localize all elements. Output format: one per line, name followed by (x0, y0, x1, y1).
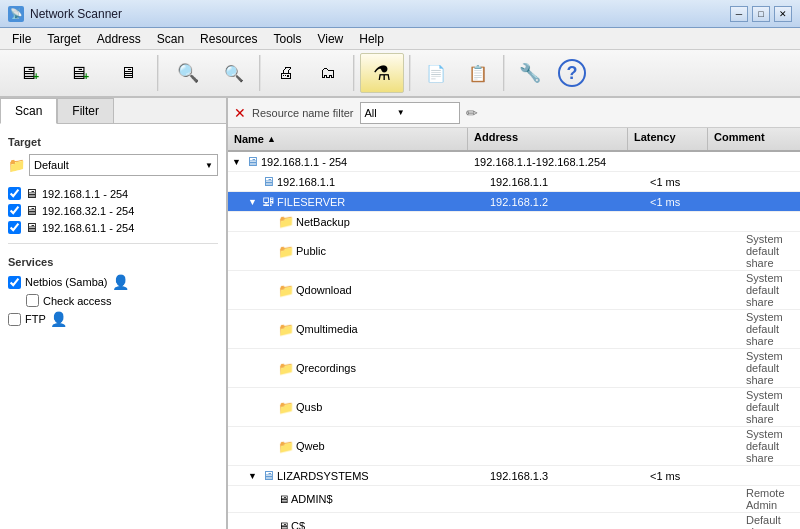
copy-button[interactable]: 📋 (458, 53, 498, 93)
left-panel: Scan Filter Target 📁 Default ▼ 🖥 192.168… (0, 98, 228, 529)
row-address-4 (500, 250, 660, 252)
filter-edit-icon[interactable]: ✏ (466, 105, 478, 121)
table-row[interactable]: 📁 Qmultimedia System default share (228, 310, 800, 349)
menu-scan[interactable]: Scan (149, 30, 192, 48)
toggle-icon-3 (264, 217, 276, 227)
service-checkaccess-checkbox[interactable] (26, 294, 39, 307)
service-checkaccess: Check access (26, 294, 218, 307)
services-section: Services Netbios (Samba) 👤 Check access … (8, 243, 218, 327)
table-row[interactable]: 📁 Qusb System default share (228, 388, 800, 427)
table-row[interactable]: 🖥 192.168.1.1 192.168.1.1 <1 ms (228, 172, 800, 192)
resource-button-2[interactable]: 🗂 (308, 53, 348, 93)
menu-file[interactable]: File (4, 30, 39, 48)
tab-scan[interactable]: Scan (0, 98, 57, 124)
menu-resources[interactable]: Resources (192, 30, 265, 48)
scan-range-checkbox-1[interactable] (8, 204, 21, 217)
target-dropdown-row: 📁 Default ▼ (8, 154, 218, 176)
col-header-name[interactable]: Name ▲ (228, 128, 468, 150)
menu-help[interactable]: Help (351, 30, 392, 48)
row-comment-10 (724, 475, 800, 477)
window-title: Network Scanner (30, 7, 730, 21)
col-header-address[interactable]: Address (468, 128, 628, 150)
scan-button[interactable]: 🔍 (164, 53, 212, 93)
toggle-icon-4 (264, 246, 276, 256)
dropdown-arrow-icon: ▼ (205, 161, 213, 170)
close-button[interactable]: ✕ (774, 6, 792, 22)
col-header-comment[interactable]: Comment (708, 128, 800, 150)
table-row[interactable]: 📁 Public System default share (228, 232, 800, 271)
minimize-button[interactable]: ─ (730, 6, 748, 22)
toggle-icon-8 (264, 402, 276, 412)
service-netbios: Netbios (Samba) 👤 (8, 274, 218, 290)
row-address-10: 192.168.1.3 (484, 469, 644, 483)
export-button[interactable]: 📄 (416, 53, 456, 93)
add-address-button[interactable]: 🖥 + (4, 53, 52, 93)
row-latency-10: <1 ms (644, 469, 724, 483)
help-button[interactable]: ? (552, 53, 592, 93)
monitor-icon-1: 🖥 (262, 174, 275, 189)
toggle-icon-2[interactable]: ▼ (248, 197, 260, 207)
service-ftp-label: FTP (25, 313, 46, 325)
remove-address-button[interactable]: 🖥 + (54, 53, 102, 93)
table-row[interactable]: 📁 Qweb System default share (228, 427, 800, 466)
main-layout: Scan Filter Target 📁 Default ▼ 🖥 192.168… (0, 98, 800, 529)
settings-button[interactable]: 🔧 (510, 53, 550, 93)
row-latency-2: <1 ms (644, 195, 724, 209)
table-row[interactable]: 🖥 C$ Default share (228, 513, 800, 529)
scan-range-label-1: 192.168.32.1 - 254 (42, 205, 134, 217)
menu-view[interactable]: View (309, 30, 351, 48)
share-icon-11: 🖥 (278, 493, 289, 505)
left-panel-content: Target 📁 Default ▼ 🖥 192.168.1.1 - 254 🖥 (0, 124, 226, 529)
filter-label: Resource name filter (252, 107, 354, 119)
target-dropdown[interactable]: Default ▼ (29, 154, 218, 176)
user-icon[interactable]: 👤 (112, 274, 129, 290)
window-controls[interactable]: ─ □ ✕ (730, 6, 792, 22)
folder-icon-6: 📁 (278, 322, 294, 337)
toolbar-separator-5 (503, 55, 505, 91)
table-row[interactable]: 📁 Qdownload System default share (228, 271, 800, 310)
row-latency-7 (660, 367, 740, 369)
scan-range-label-2: 192.168.61.1 - 254 (42, 222, 134, 234)
tab-filter[interactable]: Filter (57, 98, 114, 123)
service-ftp-checkbox[interactable] (8, 313, 21, 326)
toolbar-separator-4 (409, 55, 411, 91)
edit-button[interactable]: 🖥 (104, 53, 152, 93)
filter-combo[interactable]: All ▼ (360, 102, 460, 124)
row-comment-7: System default share (740, 349, 800, 387)
table-row[interactable]: ▼ 🖳 FILESERVER 192.168.1.2 <1 ms (228, 192, 800, 212)
toggle-icon-10[interactable]: ▼ (248, 471, 260, 481)
menu-target[interactable]: Target (39, 30, 88, 48)
row-name-6: 📁 Qmultimedia (260, 321, 500, 338)
toggle-icon-7 (264, 363, 276, 373)
service-netbios-label: Netbios (Samba) (25, 276, 108, 288)
maximize-button[interactable]: □ (752, 6, 770, 22)
stop-button[interactable]: 🔍 (214, 53, 254, 93)
toggle-icon-0[interactable]: ▼ (232, 157, 244, 167)
server-icon-2: 🖳 (262, 194, 275, 209)
ftp-user-icon[interactable]: 👤 (50, 311, 67, 327)
right-panel: ✕ Resource name filter All ▼ ✏ Name ▲ Ad… (228, 98, 800, 529)
menu-tools[interactable]: Tools (265, 30, 309, 48)
scan-range-checkbox-0[interactable] (8, 187, 21, 200)
table-row[interactable]: ▼ 🖥 192.168.1.1 - 254 192.168.1.1-192.16… (228, 152, 800, 172)
table-row[interactable]: ▼ 🖥 LIZARDSYSTEMS 192.168.1.3 <1 ms (228, 466, 800, 486)
table-row[interactable]: 📁 NetBackup (228, 212, 800, 232)
toggle-icon-5 (264, 285, 276, 295)
resource-button-1[interactable]: 🖨 (266, 53, 306, 93)
col-header-latency[interactable]: Latency (628, 128, 708, 150)
scan-range-checkbox-2[interactable] (8, 221, 21, 234)
row-comment-11: Remote Admin (740, 486, 800, 512)
service-netbios-checkbox[interactable] (8, 276, 21, 289)
table-row[interactable]: 📁 Qrecordings System default share (228, 349, 800, 388)
filter-button[interactable]: ⚗ (360, 53, 404, 93)
app-icon: 📡 (8, 6, 24, 22)
row-name-3: 📁 NetBackup (260, 213, 500, 230)
filter-clear-button[interactable]: ✕ (234, 105, 246, 121)
service-checkaccess-label: Check access (43, 295, 111, 307)
menu-address[interactable]: Address (89, 30, 149, 48)
toggle-icon-11 (264, 494, 276, 504)
folder-icon-5: 📁 (278, 283, 294, 298)
filter-combo-arrow-icon: ▼ (397, 108, 405, 117)
row-address-8 (500, 406, 660, 408)
table-row[interactable]: 🖥 ADMIN$ Remote Admin (228, 486, 800, 513)
